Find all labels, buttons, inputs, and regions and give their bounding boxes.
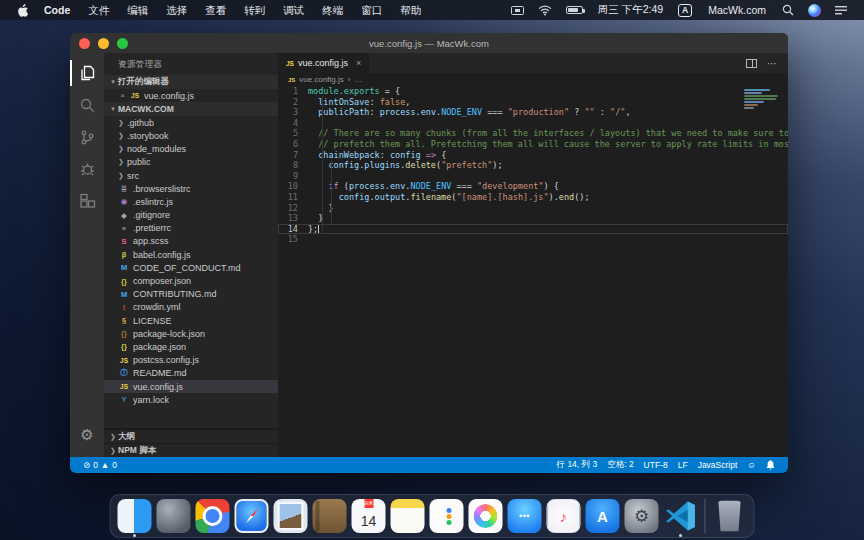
feedback-smiley-icon[interactable]: ☺: [742, 460, 761, 470]
apple-menu-icon[interactable]: [10, 0, 35, 20]
menu-item-选择[interactable]: 选择: [157, 0, 196, 20]
dock-messages-icon[interactable]: •••: [507, 498, 543, 534]
code-line[interactable]: 14};: [278, 224, 788, 235]
code-line[interactable]: 15: [278, 234, 788, 245]
dock-vscode-icon[interactable]: [663, 498, 699, 534]
siri-icon[interactable]: [801, 0, 828, 20]
code-line[interactable]: 6 // prefetch them all. Prefetching them…: [278, 139, 788, 150]
code-line[interactable]: 12 }: [278, 203, 788, 214]
display-mirroring-icon[interactable]: [504, 0, 531, 20]
problems-status[interactable]: ⊘0 ▲0: [78, 460, 122, 470]
menu-item-转到[interactable]: 转到: [235, 0, 274, 20]
debug-icon[interactable]: [70, 153, 104, 185]
code-line[interactable]: 7 chainWebpack: config => {: [278, 150, 788, 161]
dock-finder-icon[interactable]: [117, 498, 153, 534]
code-line[interactable]: 1module.exports = {: [278, 86, 788, 97]
status-cursor-position[interactable]: 行 14, 列 3: [552, 459, 603, 471]
code-line[interactable]: 9: [278, 171, 788, 182]
tree-item-package.json[interactable]: {}package.json: [104, 340, 278, 353]
close-tab-icon[interactable]: ×: [356, 58, 361, 68]
tree-item-.gitignore[interactable]: ◆.gitignore: [104, 209, 278, 222]
sidebar-section-NPM 脚本[interactable]: ❯NPM 脚本: [104, 443, 278, 457]
notifications-bell-icon[interactable]: [761, 460, 780, 470]
close-window-button[interactable]: [79, 38, 90, 49]
menu-item-帮助[interactable]: 帮助: [391, 0, 430, 20]
sidebar-section-大纲[interactable]: ❯大纲: [104, 429, 278, 443]
tree-item-vue.config.js[interactable]: JSvue.config.js: [104, 380, 278, 393]
menu-item-查看[interactable]: 查看: [196, 0, 235, 20]
code-line[interactable]: 10 if (process.env.NODE_ENV === "develop…: [278, 181, 788, 192]
breadcrumb[interactable]: JS vue.config.js › …: [278, 73, 788, 86]
code-line[interactable]: 13 }: [278, 213, 788, 224]
menu-item-文件[interactable]: 文件: [79, 0, 118, 20]
menu-item-窗口[interactable]: 窗口: [352, 0, 391, 20]
menu-bar-clock[interactable]: 周三 下午2:49: [590, 3, 671, 17]
code-line[interactable]: 5 // There are so many chunks (from all …: [278, 128, 788, 139]
tree-item-.browserslistrc[interactable]: ≣.browserslistrc: [104, 182, 278, 195]
tree-item-README.md[interactable]: ⓘREADME.md: [104, 367, 278, 380]
tree-item-LICENSE[interactable]: §LICENSE: [104, 314, 278, 327]
dock-safari-icon[interactable]: [234, 498, 270, 534]
status-encoding[interactable]: UTF-8: [639, 460, 673, 470]
code-line[interactable]: 3 publicPath: process.env.NODE_ENV === "…: [278, 107, 788, 118]
code-line[interactable]: 8 config.plugins.delete("prefetch");: [278, 160, 788, 171]
zoom-window-button[interactable]: [117, 38, 128, 49]
source-control-icon[interactable]: [70, 121, 104, 153]
code-editor[interactable]: 1module.exports = {2 lintOnSave: false,3…: [278, 86, 788, 457]
dock-reminders-icon[interactable]: [429, 498, 465, 534]
dock-trash-icon[interactable]: [712, 498, 748, 534]
spotlight-search-icon[interactable]: [775, 0, 801, 20]
dock-launchpad-icon[interactable]: [156, 498, 192, 534]
open-editors-header[interactable]: ▾ 打开的编辑器: [104, 75, 278, 89]
tree-item-public[interactable]: ❯public: [104, 156, 278, 169]
dock-mail-icon[interactable]: [273, 498, 309, 534]
wifi-icon[interactable]: [531, 0, 559, 20]
tree-item-babel.config.js[interactable]: βbabel.config.js: [104, 248, 278, 261]
dock-appstore-icon[interactable]: A: [585, 498, 621, 534]
tree-item-yarn.lock[interactable]: Yyarn.lock: [104, 393, 278, 406]
menu-item-编辑[interactable]: 编辑: [118, 0, 157, 20]
extensions-icon[interactable]: [70, 185, 104, 217]
code-line[interactable]: 4: [278, 118, 788, 129]
tree-item-.eslintrc.js[interactable]: ◉.eslintrc.js: [104, 195, 278, 208]
dock-contacts-icon[interactable]: [312, 498, 348, 534]
explorer-icon[interactable]: [70, 57, 104, 89]
project-header[interactable]: ▾ MACWK.COM: [104, 102, 278, 116]
menu-app-name[interactable]: Code: [35, 0, 79, 20]
status-eol[interactable]: LF: [673, 460, 693, 470]
tree-item-composer.json[interactable]: {}composer.json: [104, 274, 278, 287]
open-editor-item[interactable]: ×JSvue.config.js: [104, 89, 278, 102]
input-method-icon[interactable]: A: [671, 0, 699, 20]
tree-item-package-lock.json[interactable]: {}package-lock.json: [104, 327, 278, 340]
tab-vue-config-js[interactable]: JS vue.config.js ×: [278, 53, 369, 73]
tree-item-.storybook[interactable]: ❯.storybook: [104, 129, 278, 142]
window-titlebar[interactable]: vue.config.js — MacWk.com: [70, 33, 788, 53]
menu-item-终端[interactable]: 终端: [313, 0, 352, 20]
status-language-mode[interactable]: JavaScript: [693, 460, 743, 470]
tree-item-postcss.config.js[interactable]: JSpostcss.config.js: [104, 354, 278, 367]
code-line[interactable]: 11 config.output.filename("[name].[hash]…: [278, 192, 788, 203]
menu-bar-account[interactable]: MacWk.com: [699, 0, 775, 20]
minimap[interactable]: [742, 88, 784, 198]
dock-notes-icon[interactable]: [390, 498, 426, 534]
dock-calendar-icon[interactable]: 四月14: [351, 498, 387, 534]
tree-item-src[interactable]: ❯src: [104, 169, 278, 182]
menu-item-调试[interactable]: 调试: [274, 0, 313, 20]
notification-center-icon[interactable]: [828, 0, 854, 20]
dock-sysprefs-icon[interactable]: ⚙: [624, 498, 660, 534]
search-icon[interactable]: [70, 89, 104, 121]
tree-item-CODE_OF_CONDUCT.md[interactable]: MCODE_OF_CONDUCT.md: [104, 261, 278, 274]
close-icon[interactable]: ×: [118, 91, 127, 100]
status-indentation[interactable]: 空格: 2: [602, 459, 638, 471]
tree-item-node_modules[interactable]: ❯node_modules: [104, 143, 278, 156]
code-line[interactable]: 2 lintOnSave: false,: [278, 97, 788, 108]
tree-item-crowdin.yml[interactable]: !crowdin.yml: [104, 301, 278, 314]
dock-chrome-icon[interactable]: [195, 498, 231, 534]
tree-item-.github[interactable]: ❯.github: [104, 116, 278, 129]
dock-photos-icon[interactable]: [468, 498, 504, 534]
tree-item-CONTRIBUTING.md[interactable]: MCONTRIBUTING.md: [104, 288, 278, 301]
minimize-window-button[interactable]: [98, 38, 109, 49]
settings-gear-icon[interactable]: ⚙: [70, 419, 104, 451]
battery-icon[interactable]: [559, 0, 590, 20]
more-actions-icon[interactable]: ⋯: [767, 58, 778, 69]
